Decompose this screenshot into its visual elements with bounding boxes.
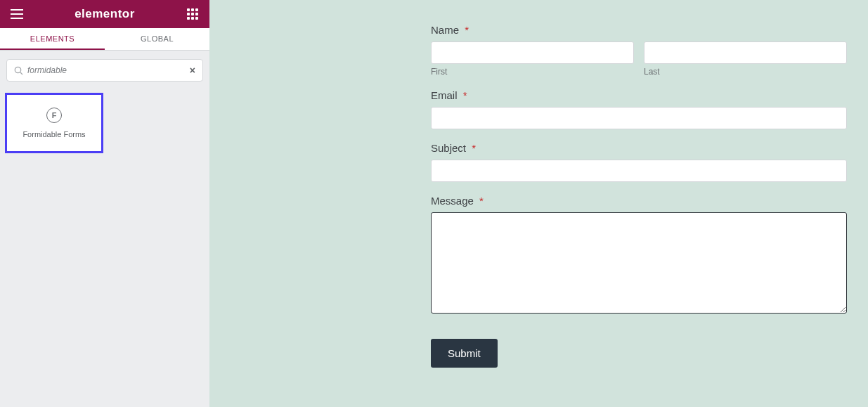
panel-header: elementor bbox=[0, 0, 209, 28]
field-email: Email * bbox=[431, 89, 847, 129]
sublabel-last: Last bbox=[644, 67, 847, 77]
input-first-name[interactable] bbox=[431, 41, 634, 64]
label-name: Name * bbox=[431, 24, 847, 36]
input-last-name[interactable] bbox=[644, 41, 847, 64]
tab-global[interactable]: GLOBAL bbox=[105, 28, 209, 50]
tab-elements[interactable]: ELEMENTS bbox=[0, 28, 105, 50]
elementor-panel: elementor ELEMENTS GLOBAL × F Formidable… bbox=[0, 0, 209, 407]
input-message[interactable] bbox=[431, 212, 847, 314]
label-subject-text: Subject bbox=[431, 142, 466, 154]
search-input[interactable] bbox=[27, 65, 190, 75]
required-mark: * bbox=[463, 89, 467, 101]
label-email: Email * bbox=[431, 89, 847, 101]
svg-point-0 bbox=[15, 67, 20, 72]
preview-canvas: Name * First Last Email * Subject * bbox=[209, 0, 868, 407]
widget-formidable-forms[interactable]: F Formidable Forms bbox=[5, 93, 103, 153]
required-mark: * bbox=[465, 24, 469, 36]
label-message: Message * bbox=[431, 195, 847, 207]
sublabel-first: First bbox=[431, 67, 634, 77]
field-name: Name * First Last bbox=[431, 24, 847, 77]
label-name-text: Name bbox=[431, 24, 459, 36]
search-box: × bbox=[6, 59, 203, 82]
apps-icon[interactable] bbox=[184, 6, 201, 22]
submit-button[interactable]: Submit bbox=[431, 339, 498, 368]
label-email-text: Email bbox=[431, 89, 458, 101]
field-subject: Subject * bbox=[431, 142, 847, 182]
input-email[interactable] bbox=[431, 107, 847, 129]
field-message: Message * bbox=[431, 195, 847, 316]
clear-search-icon[interactable]: × bbox=[190, 65, 195, 76]
required-mark: * bbox=[472, 142, 476, 154]
menu-icon[interactable] bbox=[8, 6, 25, 22]
formidable-icon: F bbox=[46, 108, 62, 123]
input-subject[interactable] bbox=[431, 160, 847, 182]
elementor-logo: elementor bbox=[75, 7, 135, 21]
label-subject: Subject * bbox=[431, 142, 847, 154]
search-icon bbox=[14, 66, 23, 75]
panel-tabs: ELEMENTS GLOBAL bbox=[0, 28, 209, 51]
widget-label: Formidable Forms bbox=[22, 130, 85, 138]
label-message-text: Message bbox=[431, 195, 474, 207]
search-wrap: × bbox=[0, 51, 209, 87]
required-mark: * bbox=[479, 195, 484, 207]
